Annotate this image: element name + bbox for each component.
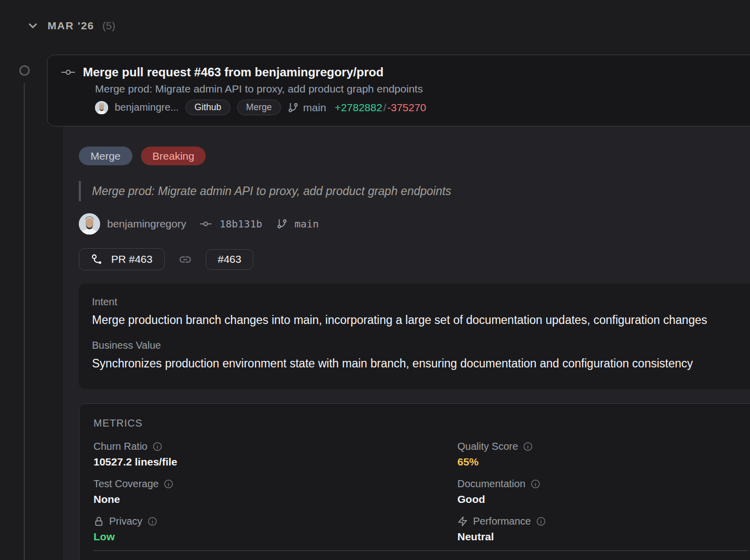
- metric-label: Quality Score: [457, 441, 518, 452]
- commit-message-quote: Merge prod: Migrate admin API to proxy, …: [79, 181, 750, 201]
- info-icon[interactable]: [523, 442, 533, 451]
- metric-value: None: [93, 493, 457, 505]
- issue-number-label: #463: [218, 253, 242, 265]
- metric-value: Neutral: [457, 531, 748, 543]
- metric-privacy: Privacy Low: [93, 516, 457, 543]
- merge-badge: Merge: [79, 147, 132, 165]
- info-icon[interactable]: [164, 479, 173, 489]
- commit-icon: [61, 68, 75, 76]
- branch-icon: [276, 218, 288, 229]
- commit-subtitle: Merge prod: Migrate admin API to proxy, …: [95, 83, 750, 95]
- month-count: (5): [103, 20, 116, 32]
- issue-number-button[interactable]: #463: [206, 249, 254, 270]
- metrics-grid: Churn Ratio 10527.2 lines/file Quality S…: [93, 441, 748, 543]
- info-icon[interactable]: [148, 517, 157, 526]
- author-avatar: [95, 101, 108, 114]
- intent-text: Merge production branch changes into mai…: [92, 313, 750, 327]
- pr-button[interactable]: PR #463: [79, 248, 165, 270]
- commit-detail-panel: Merge Breaking Merge prod: Migrate admin…: [63, 126, 750, 560]
- intent-label: Intent: [92, 296, 750, 308]
- timeline-connector: [24, 83, 25, 560]
- month-label: MAR '26: [48, 20, 95, 32]
- intent-panel: Intent Merge production branch changes i…: [79, 284, 750, 389]
- pull-request-icon: [91, 254, 103, 265]
- business-value-text: Synchronizes production environment stat…: [92, 357, 750, 370]
- commit-type-badge: Merge: [237, 100, 281, 115]
- commit-card[interactable]: Merge pull request #463 from benjamingre…: [47, 55, 750, 126]
- timeline-node: [19, 65, 30, 76]
- metric-performance: Performance Neutral: [457, 516, 748, 543]
- metric-label: Documentation: [457, 478, 526, 490]
- diff-stats: +2782882 / -375270: [335, 102, 426, 114]
- commit-title: Merge pull request #463 from benjamingre…: [83, 65, 384, 79]
- metric-quality-score: Quality Score 65%: [457, 441, 748, 468]
- metric-label: Privacy: [109, 516, 143, 527]
- metric-documentation: Documentation Good: [457, 478, 748, 505]
- commit-card-title-row: Merge pull request #463 from benjamingre…: [61, 65, 750, 79]
- author-name-full: benjamingregory: [107, 218, 186, 230]
- commit-meta-row: benjamingre... Github Merge main +278288…: [95, 100, 750, 115]
- info-icon[interactable]: [531, 479, 540, 489]
- lock-icon: [93, 516, 104, 527]
- metrics-title: METRICS: [93, 417, 748, 429]
- commit-hash: 18b131b: [219, 218, 262, 230]
- diff-deletions: -375270: [387, 102, 426, 114]
- metric-value: Low: [93, 531, 457, 543]
- metric-value: 65%: [457, 456, 748, 468]
- branch-name: main: [303, 102, 326, 114]
- metric-value: Good: [457, 493, 748, 505]
- link-icon: [178, 253, 192, 266]
- diff-additions: +2782882: [335, 102, 382, 114]
- metric-label: Test Coverage: [93, 478, 159, 490]
- branch-icon: [288, 102, 299, 113]
- diff-separator: /: [383, 102, 386, 114]
- author-name-truncated: benjamingre...: [115, 102, 179, 113]
- metric-label: Churn Ratio: [93, 441, 148, 452]
- pr-button-label: PR #463: [111, 253, 153, 265]
- pr-link-row: PR #463 #463: [79, 248, 750, 270]
- business-value-label: Business Value: [92, 340, 750, 351]
- zap-icon: [457, 516, 468, 527]
- commit-icon: [199, 220, 212, 227]
- month-group-header[interactable]: MAR '26 (5): [26, 19, 115, 32]
- detail-author-row: benjamingregory 18b131b main: [79, 213, 750, 235]
- metrics-panel: METRICS Churn Ratio 10527.2 lines/file Q…: [79, 403, 750, 560]
- detail-branch-name: main: [295, 218, 319, 230]
- metric-test-coverage: Test Coverage None: [93, 478, 457, 505]
- metrics-divider: [93, 550, 748, 551]
- metric-label: Performance: [473, 516, 531, 527]
- detail-badge-row: Merge Breaking: [79, 147, 750, 165]
- source-badge: Github: [185, 100, 230, 115]
- info-icon[interactable]: [536, 517, 546, 526]
- breaking-badge: Breaking: [141, 147, 206, 165]
- info-icon[interactable]: [153, 442, 162, 451]
- metric-value: 10527.2 lines/file: [93, 456, 457, 468]
- chevron-down-icon[interactable]: [26, 19, 39, 32]
- author-avatar-large: [79, 213, 100, 235]
- metric-churn-ratio: Churn Ratio 10527.2 lines/file: [93, 441, 457, 468]
